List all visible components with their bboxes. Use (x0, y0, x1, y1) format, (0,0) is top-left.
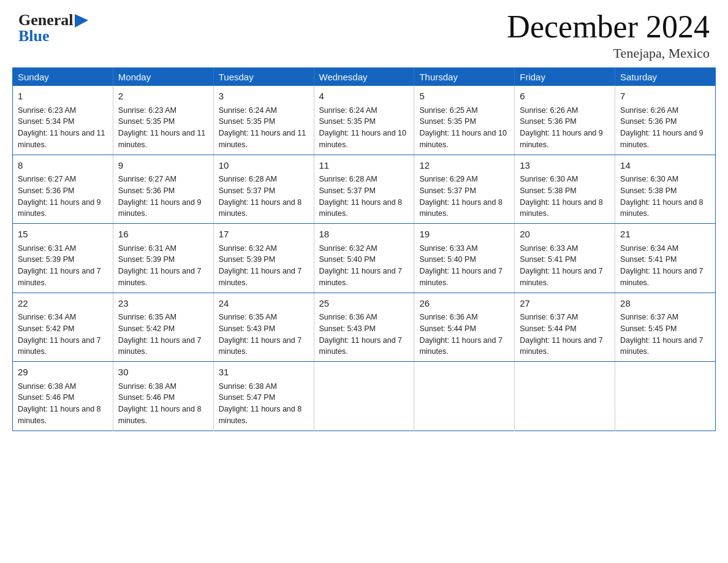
calendar-cell: 3Sunrise: 6:24 AMSunset: 5:35 PMDaylight… (213, 86, 314, 155)
calendar-week-row: 29Sunrise: 6:38 AMSunset: 5:46 PMDayligh… (13, 362, 716, 431)
calendar-cell: 18Sunrise: 6:32 AMSunset: 5:40 PMDayligh… (314, 224, 414, 293)
day-number: 24 (219, 297, 309, 311)
daylight-label: Daylight: 11 hours and 11 minutes. (118, 129, 205, 149)
daylight-label: Daylight: 11 hours and 7 minutes. (620, 267, 703, 287)
sunrise-label: Sunrise: 6:26 AM (620, 106, 678, 115)
day-number: 9 (118, 159, 208, 173)
daylight-label: Daylight: 11 hours and 7 minutes. (520, 267, 603, 287)
day-number: 23 (118, 297, 208, 311)
header-tuesday: Tuesday (213, 68, 314, 86)
day-number: 14 (620, 159, 710, 173)
sunrise-label: Sunrise: 6:37 AM (620, 313, 678, 321)
sunrise-label: Sunrise: 6:35 AM (219, 313, 277, 321)
daylight-label: Daylight: 11 hours and 7 minutes. (419, 336, 502, 356)
calendar-table: SundayMondayTuesdayWednesdayThursdayFrid… (12, 67, 716, 431)
calendar-cell: 8Sunrise: 6:27 AMSunset: 5:36 PMDaylight… (13, 155, 113, 224)
daylight-label: Daylight: 11 hours and 9 minutes. (620, 129, 703, 149)
header-wednesday: Wednesday (314, 68, 414, 86)
day-number: 12 (419, 159, 509, 173)
daylight-label: Daylight: 11 hours and 11 minutes. (219, 129, 306, 149)
day-number: 15 (18, 228, 108, 242)
day-number: 3 (219, 90, 309, 104)
calendar-cell: 29Sunrise: 6:38 AMSunset: 5:46 PMDayligh… (13, 362, 113, 431)
sunrise-label: Sunrise: 6:24 AM (219, 106, 277, 115)
sunset-label: Sunset: 5:42 PM (18, 324, 74, 333)
day-number: 4 (319, 90, 409, 104)
day-number: 31 (219, 366, 309, 380)
sunset-label: Sunset: 5:46 PM (118, 393, 175, 402)
sunset-label: Sunset: 5:36 PM (520, 117, 576, 126)
day-number: 30 (118, 366, 208, 380)
sunrise-label: Sunrise: 6:26 AM (520, 106, 578, 115)
day-number: 16 (118, 228, 208, 242)
sunrise-label: Sunrise: 6:38 AM (18, 382, 76, 391)
sunrise-label: Sunrise: 6:37 AM (520, 313, 578, 321)
daylight-label: Daylight: 11 hours and 7 minutes. (118, 267, 202, 287)
day-number: 7 (620, 90, 710, 104)
sunset-label: Sunset: 5:40 PM (319, 255, 376, 264)
header-friday: Friday (515, 68, 615, 86)
daylight-label: Daylight: 11 hours and 8 minutes. (520, 198, 603, 218)
title-block: December 2024 Tenejapa, Mexico (507, 11, 710, 61)
calendar-cell: 30Sunrise: 6:38 AMSunset: 5:46 PMDayligh… (113, 362, 213, 431)
calendar-cell (414, 362, 515, 431)
day-number: 18 (319, 228, 409, 242)
sunset-label: Sunset: 5:39 PM (18, 255, 74, 264)
calendar-cell (615, 362, 716, 431)
sunset-label: Sunset: 5:39 PM (219, 255, 275, 264)
calendar-cell: 21Sunrise: 6:34 AMSunset: 5:41 PMDayligh… (615, 224, 716, 293)
sunset-label: Sunset: 5:44 PM (520, 324, 576, 333)
daylight-label: Daylight: 11 hours and 8 minutes. (219, 198, 302, 218)
calendar-cell: 25Sunrise: 6:36 AMSunset: 5:43 PMDayligh… (314, 293, 414, 362)
header-monday: Monday (113, 68, 213, 86)
calendar-cell: 16Sunrise: 6:31 AMSunset: 5:39 PMDayligh… (113, 224, 213, 293)
calendar-cell: 5Sunrise: 6:25 AMSunset: 5:35 PMDaylight… (414, 86, 515, 155)
sunset-label: Sunset: 5:45 PM (620, 324, 677, 333)
logo-blue-text: Blue (18, 27, 50, 45)
sunset-label: Sunset: 5:40 PM (419, 255, 476, 264)
calendar-week-row: 15Sunrise: 6:31 AMSunset: 5:39 PMDayligh… (13, 224, 716, 293)
sunrise-label: Sunrise: 6:24 AM (319, 106, 377, 115)
daylight-label: Daylight: 11 hours and 8 minutes. (219, 405, 302, 425)
calendar-cell: 17Sunrise: 6:32 AMSunset: 5:39 PMDayligh… (213, 224, 314, 293)
daylight-label: Daylight: 11 hours and 7 minutes. (219, 267, 302, 287)
daylight-label: Daylight: 11 hours and 7 minutes. (18, 267, 101, 287)
sunset-label: Sunset: 5:47 PM (219, 393, 275, 402)
sunrise-label: Sunrise: 6:32 AM (219, 244, 277, 253)
daylight-label: Daylight: 11 hours and 7 minutes. (620, 336, 703, 356)
month-title: December 2024 (507, 11, 710, 43)
day-number: 29 (18, 366, 108, 380)
sunset-label: Sunset: 5:37 PM (419, 186, 476, 195)
calendar-week-row: 8Sunrise: 6:27 AMSunset: 5:36 PMDaylight… (13, 155, 716, 224)
sunrise-label: Sunrise: 6:33 AM (520, 244, 578, 253)
sunrise-label: Sunrise: 6:36 AM (419, 313, 477, 321)
calendar-cell: 24Sunrise: 6:35 AMSunset: 5:43 PMDayligh… (213, 293, 314, 362)
sunrise-label: Sunrise: 6:23 AM (18, 106, 76, 115)
day-number: 5 (419, 90, 509, 104)
sunrise-label: Sunrise: 6:27 AM (118, 175, 176, 183)
calendar-cell: 9Sunrise: 6:27 AMSunset: 5:36 PMDaylight… (113, 155, 213, 224)
sunset-label: Sunset: 5:35 PM (219, 117, 275, 126)
sunset-label: Sunset: 5:35 PM (419, 117, 476, 126)
calendar-cell: 6Sunrise: 6:26 AMSunset: 5:36 PMDaylight… (515, 86, 615, 155)
daylight-label: Daylight: 11 hours and 9 minutes. (118, 198, 202, 218)
daylight-label: Daylight: 11 hours and 7 minutes. (219, 336, 302, 356)
day-number: 21 (620, 228, 710, 242)
calendar-cell: 19Sunrise: 6:33 AMSunset: 5:40 PMDayligh… (414, 224, 515, 293)
header-sunday: Sunday (13, 68, 113, 86)
daylight-label: Daylight: 11 hours and 7 minutes. (319, 267, 403, 287)
sunset-label: Sunset: 5:36 PM (118, 186, 175, 195)
calendar-cell: 14Sunrise: 6:30 AMSunset: 5:38 PMDayligh… (615, 155, 716, 224)
day-number: 10 (219, 159, 309, 173)
sunset-label: Sunset: 5:39 PM (118, 255, 175, 264)
sunset-label: Sunset: 5:37 PM (219, 186, 275, 195)
day-number: 2 (118, 90, 208, 104)
calendar-cell: 2Sunrise: 6:23 AMSunset: 5:35 PMDaylight… (113, 86, 213, 155)
daylight-label: Daylight: 11 hours and 11 minutes. (18, 129, 105, 149)
day-number: 28 (620, 297, 710, 311)
sunrise-label: Sunrise: 6:33 AM (419, 244, 477, 253)
calendar-cell: 12Sunrise: 6:29 AMSunset: 5:37 PMDayligh… (414, 155, 515, 224)
calendar-cell: 28Sunrise: 6:37 AMSunset: 5:45 PMDayligh… (615, 293, 716, 362)
sunrise-label: Sunrise: 6:30 AM (520, 175, 578, 183)
logo-triangle-icon (75, 14, 88, 28)
